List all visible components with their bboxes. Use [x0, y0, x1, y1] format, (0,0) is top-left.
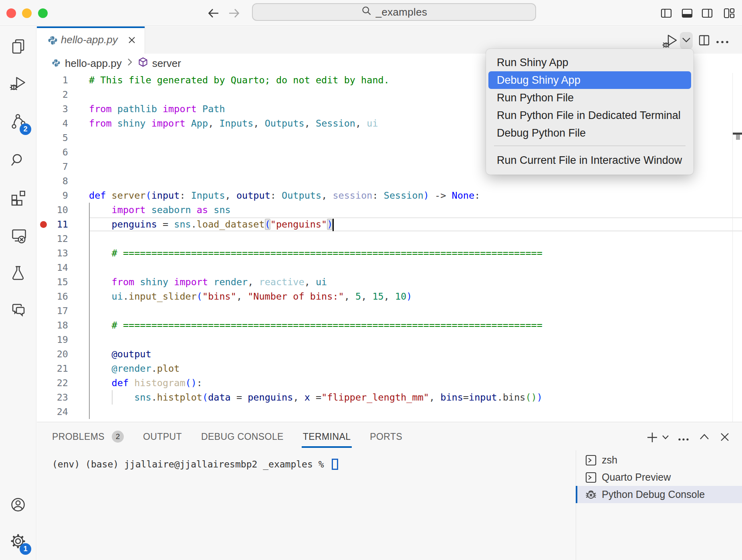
menu-item-run-shiny-app[interactable]: Run Shiny App [488, 54, 691, 71]
activity-bar-item-chat[interactable] [9, 302, 28, 320]
breadcrumb-symbol[interactable]: server [152, 57, 181, 70]
overview-ruler-border [732, 73, 733, 422]
activity-bar-item-remote-explorer[interactable] [9, 226, 28, 245]
code-token: @render [112, 363, 151, 374]
python-file-icon [52, 57, 60, 70]
line-number[interactable]: 20 [37, 347, 68, 361]
panel-tab-label: PORTS [370, 422, 402, 451]
line-number[interactable]: 23 [37, 390, 68, 405]
activity-bar-item-extensions[interactable] [9, 189, 28, 207]
activity-bar-item-settings[interactable]: 1 [9, 532, 28, 551]
scrollbar-thumb[interactable] [736, 135, 740, 140]
close-panel-icon[interactable] [720, 433, 729, 443]
new-terminal-icon[interactable] [647, 432, 658, 445]
line-number[interactable]: 16 [37, 289, 68, 304]
line-number[interactable]: 13 [37, 246, 68, 260]
activity-bar-item-search[interactable] [9, 151, 28, 169]
terminal-list-item-python-debug-console[interactable]: Python Debug Console [576, 486, 742, 503]
breadcrumb-file[interactable]: hello-app.py [65, 57, 122, 70]
traffic-light-zoom[interactable] [38, 8, 48, 18]
line-number[interactable]: 9 [37, 188, 68, 203]
panel-tab-problems[interactable]: PROBLEMS2 [52, 422, 124, 451]
back-icon[interactable] [207, 7, 220, 21]
panel-tab-terminal[interactable]: TERMINAL [303, 422, 351, 451]
editor-more-actions-icon[interactable] [716, 38, 729, 46]
code-token: ) [327, 219, 333, 230]
forward-icon[interactable] [228, 7, 240, 21]
terminal-list-item-quarto-preview[interactable]: Quarto Preview [576, 469, 742, 486]
editor-gutter[interactable]: 123456789101112131415161718192021222324 [37, 73, 68, 419]
account-icon [12, 499, 24, 511]
line-number[interactable]: 12 [37, 232, 68, 246]
panel-tab-output[interactable]: OUTPUT [143, 422, 182, 451]
tab-hello-app[interactable]: hello-app.py [37, 26, 145, 54]
code-token: import [163, 103, 197, 115]
maximize-panel-icon[interactable] [700, 433, 709, 441]
code-token [129, 377, 134, 389]
code-token: , [361, 291, 372, 302]
code-line [89, 159, 542, 174]
menu-item-run-python-file[interactable]: Run Python File [488, 89, 691, 107]
line-number[interactable]: 17 [37, 304, 68, 318]
code-line [89, 260, 542, 275]
code-line: from shiny import render, reactive, ui [89, 275, 542, 289]
line-number[interactable]: 21 [37, 361, 68, 376]
line-number[interactable]: 22 [37, 376, 68, 390]
menu-item-debug-python-file[interactable]: Debug Python File [488, 124, 691, 142]
traffic-light-minimize[interactable] [22, 8, 32, 18]
activity-bar-item-testing[interactable] [9, 264, 28, 282]
terminal-dropdown-chevron-icon[interactable] [662, 434, 669, 441]
code-token: as [197, 204, 208, 216]
line-number[interactable]: 4 [37, 116, 68, 131]
traffic-light-close[interactable] [6, 8, 16, 18]
line-number[interactable]: 15 [37, 275, 68, 289]
line-number[interactable]: 19 [37, 332, 68, 347]
menu-item-debug-shiny-app[interactable]: Debug Shiny App [488, 71, 691, 89]
menu-item-run-python-file-in-dedicated-terminal[interactable]: Run Python File in Dedicated Terminal [488, 107, 691, 124]
tab-close-icon[interactable] [128, 36, 135, 44]
code-token: # ======================================… [112, 248, 542, 259]
menu-item-run-current-file-in-interactive-window[interactable]: Run Current File in Interactive Window [488, 151, 691, 169]
code-token: , [304, 118, 316, 129]
line-number[interactable]: 2 [37, 87, 68, 102]
code-token: bins [440, 392, 463, 403]
activity-bar-item-run-and-debug[interactable] [9, 75, 28, 93]
line-number[interactable]: 3 [37, 102, 68, 116]
split-editor-icon[interactable] [699, 35, 710, 47]
toggle-primary-sidebar-icon[interactable] [660, 7, 672, 21]
line-number[interactable]: 24 [37, 405, 68, 419]
code-line [89, 405, 542, 419]
line-number[interactable]: 6 [37, 145, 68, 159]
code-token: App [191, 118, 208, 129]
code-token: sns [214, 204, 230, 216]
code-token: "flipper_length_mm" [321, 392, 429, 403]
activity-bar-item-accounts[interactable] [9, 496, 28, 514]
toggle-panel-icon[interactable] [681, 7, 693, 21]
line-number[interactable]: 14 [37, 260, 68, 275]
line-number[interactable]: 8 [37, 174, 68, 188]
line-number[interactable]: 10 [37, 203, 68, 217]
line-number[interactable]: 7 [37, 159, 68, 174]
line-number[interactable]: 5 [37, 131, 68, 145]
code-token: pathlib [117, 103, 157, 115]
code-token: ( [526, 392, 531, 403]
customize-layout-icon[interactable] [723, 7, 735, 21]
terminal-list-item-zsh[interactable]: zsh [576, 451, 742, 469]
activity-bar-item-explorer[interactable] [9, 37, 28, 56]
code-token: reactive [259, 276, 304, 288]
panel-more-actions-icon[interactable] [678, 435, 689, 443]
panel-tab-ports[interactable]: PORTS [370, 422, 402, 451]
code-token: data [208, 392, 231, 403]
breakpoint-dot[interactable] [40, 221, 47, 228]
toggle-secondary-sidebar-icon[interactable] [701, 7, 713, 21]
code-token: : [179, 190, 191, 201]
code-token [89, 320, 112, 331]
activity-bar-item-source-control[interactable]: 2 [9, 113, 28, 131]
line-number[interactable]: 1 [37, 73, 68, 87]
line-number[interactable]: 18 [37, 318, 68, 332]
panel-tab-debug-console[interactable]: DEBUG CONSOLE [201, 422, 284, 451]
command-center-search[interactable]: _examples [252, 3, 536, 21]
code-token: : [197, 377, 202, 389]
terminal-prompt[interactable]: (env) (base) jjallaire@jjallairesmbp2 _e… [52, 459, 324, 469]
code-token: "penguins" [270, 219, 327, 230]
